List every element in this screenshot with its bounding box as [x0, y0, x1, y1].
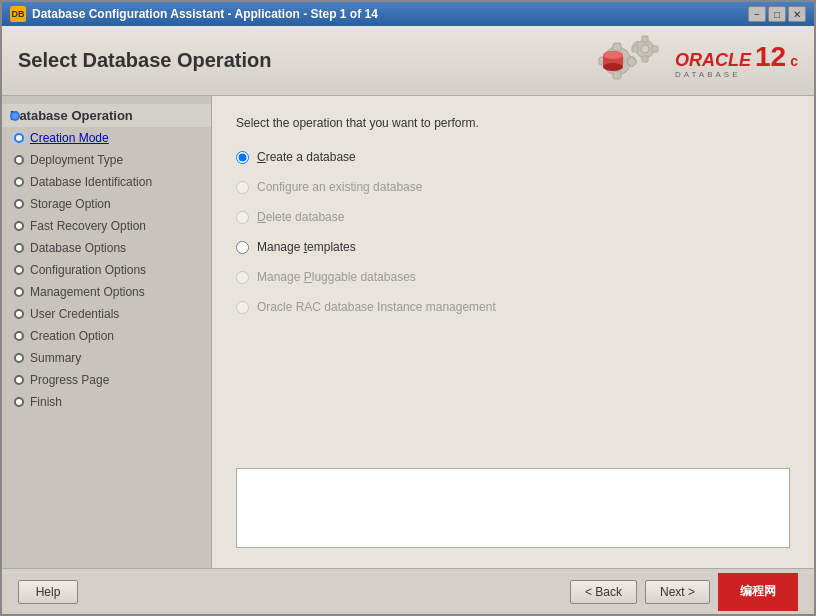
radio-options-group: Create a database Configure an existing … [236, 150, 790, 314]
sidebar-label-progress-page: Progress Page [30, 373, 109, 387]
svg-point-16 [603, 63, 623, 71]
sidebar-item-finish[interactable]: Finish [2, 391, 211, 413]
bullet-database-operation [10, 111, 20, 121]
sidebar-label-finish: Finish [30, 395, 62, 409]
window-title: Database Configuration Assistant - Appli… [32, 7, 378, 21]
radio-delete-db-label: Delete database [257, 210, 344, 224]
oracle-version: 12 [755, 43, 786, 71]
sidebar-label-creation-mode: Creation Mode [30, 131, 109, 145]
create-db-label-rest: reate a database [266, 150, 356, 164]
oracle-name: ORACLE [675, 51, 751, 69]
title-bar-left: DB Database Configuration Assistant - Ap… [10, 6, 378, 22]
radio-manage-templates[interactable]: Manage templates [236, 240, 790, 254]
oracle-brand: ORACLE 12 c DATABASE [587, 33, 798, 88]
sidebar-label-fast-recovery-option: Fast Recovery Option [30, 219, 146, 233]
sidebar: Database Operation Creation Mode Deploym… [2, 96, 212, 568]
sidebar-item-progress-page[interactable]: Progress Page [2, 369, 211, 391]
radio-delete-db: Delete database [236, 210, 790, 224]
bullet-creation-option [14, 331, 24, 341]
footer-left-buttons: Help [18, 580, 78, 604]
bullet-database-identification [14, 177, 24, 187]
footer-right-buttons: < Back Next > 编程网 [570, 573, 798, 611]
radio-manage-pluggable: Manage Pluggable databases [236, 270, 790, 284]
svg-rect-10 [642, 36, 648, 42]
minimize-button[interactable]: − [748, 6, 766, 22]
sidebar-label-creation-option: Creation Option [30, 329, 114, 343]
sidebar-item-user-credentials[interactable]: User Credentials [2, 303, 211, 325]
sidebar-label-storage-option: Storage Option [30, 197, 111, 211]
bullet-progress-page [14, 375, 24, 385]
sidebar-item-creation-option[interactable]: Creation Option [2, 325, 211, 347]
help-button[interactable]: Help [18, 580, 78, 604]
next-button[interactable]: Next > [645, 580, 710, 604]
sidebar-label-configuration-options: Configuration Options [30, 263, 146, 277]
sidebar-label-management-options: Management Options [30, 285, 145, 299]
bullet-database-options [14, 243, 24, 253]
bullet-fast-recovery-option [14, 221, 24, 231]
radio-oracle-rac-input [236, 301, 249, 314]
app-icon: DB [10, 6, 26, 22]
bullet-storage-option [14, 199, 24, 209]
content-area: Database Operation Creation Mode Deploym… [2, 96, 814, 568]
sidebar-label-user-credentials: User Credentials [30, 307, 119, 321]
radio-delete-db-input [236, 211, 249, 224]
radio-create-db[interactable]: Create a database [236, 150, 790, 164]
watermark: 编程网 [718, 573, 798, 611]
radio-oracle-rac-label: Oracle RAC database Instance management [257, 300, 496, 314]
gears-icon [587, 33, 667, 88]
main-content: Select the operation that you want to pe… [212, 96, 814, 568]
close-button[interactable]: ✕ [788, 6, 806, 22]
sidebar-item-fast-recovery-option[interactable]: Fast Recovery Option [2, 215, 211, 237]
sidebar-item-database-options[interactable]: Database Options [2, 237, 211, 259]
svg-point-17 [603, 51, 623, 59]
page-title: Select Database Operation [18, 49, 271, 72]
header: Select Database Operation [2, 26, 814, 96]
bullet-configuration-options [14, 265, 24, 275]
sidebar-item-storage-option[interactable]: Storage Option [2, 193, 211, 215]
radio-manage-pluggable-label: Manage Pluggable databases [257, 270, 416, 284]
bullet-management-options [14, 287, 24, 297]
sidebar-label-database-operation: Database Operation [10, 108, 133, 123]
svg-rect-2 [613, 43, 621, 51]
sidebar-item-configuration-options[interactable]: Configuration Options [2, 259, 211, 281]
radio-create-db-input[interactable] [236, 151, 249, 164]
radio-configure-db-label: Configure an existing database [257, 180, 422, 194]
title-bar: DB Database Configuration Assistant - Ap… [2, 2, 814, 26]
instruction-text: Select the operation that you want to pe… [236, 116, 790, 130]
back-button[interactable]: < Back [570, 580, 637, 604]
bullet-finish [14, 397, 24, 407]
main-window: DB Database Configuration Assistant - Ap… [0, 0, 816, 616]
sidebar-item-deployment-type[interactable]: Deployment Type [2, 149, 211, 171]
radio-create-db-label[interactable]: Create a database [257, 150, 356, 164]
oracle-database-label: DATABASE [675, 71, 741, 79]
sidebar-label-summary: Summary [30, 351, 81, 365]
bullet-summary [14, 353, 24, 363]
radio-manage-pluggable-input [236, 271, 249, 284]
svg-rect-13 [632, 46, 638, 52]
sidebar-item-summary[interactable]: Summary [2, 347, 211, 369]
sidebar-item-creation-mode[interactable]: Creation Mode [2, 127, 211, 149]
bullet-user-credentials [14, 309, 24, 319]
svg-rect-11 [642, 56, 648, 62]
sidebar-item-database-operation[interactable]: Database Operation [2, 104, 211, 127]
footer: Help < Back Next > 编程网 [2, 568, 814, 614]
bullet-creation-mode [14, 133, 24, 143]
svg-rect-3 [613, 71, 621, 79]
radio-manage-templates-label[interactable]: Manage templates [257, 240, 356, 254]
bullet-deployment-type [14, 155, 24, 165]
title-bar-controls: − □ ✕ [748, 6, 806, 22]
sidebar-item-database-identification[interactable]: Database Identification [2, 171, 211, 193]
restore-button[interactable]: □ [768, 6, 786, 22]
svg-rect-12 [652, 46, 658, 52]
sidebar-label-deployment-type: Deployment Type [30, 153, 123, 167]
radio-configure-db-input [236, 181, 249, 194]
svg-point-9 [641, 45, 649, 53]
radio-manage-templates-input[interactable] [236, 241, 249, 254]
sidebar-label-database-options: Database Options [30, 241, 126, 255]
radio-oracle-rac: Oracle RAC database Instance management [236, 300, 790, 314]
description-box [236, 468, 790, 548]
radio-configure-db: Configure an existing database [236, 180, 790, 194]
oracle-brand-text: ORACLE 12 c DATABASE [675, 43, 798, 79]
sidebar-item-management-options[interactable]: Management Options [2, 281, 211, 303]
sidebar-label-database-identification: Database Identification [30, 175, 152, 189]
